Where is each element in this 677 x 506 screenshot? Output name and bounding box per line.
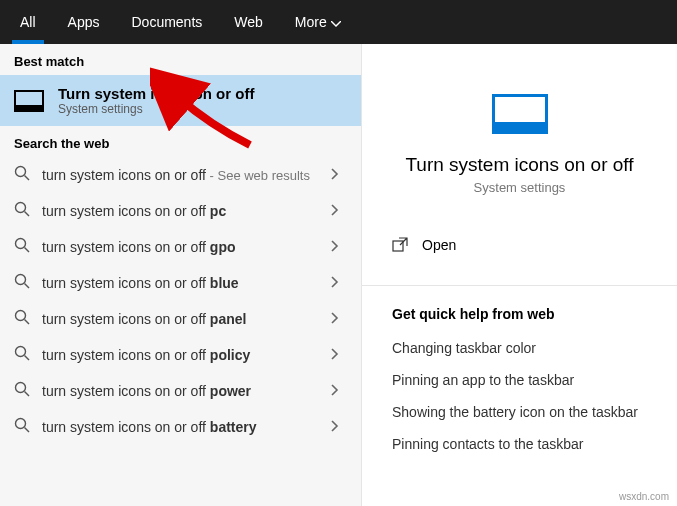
quick-help-item[interactable]: Pinning contacts to the taskbar [392,436,647,452]
tab-more[interactable]: More [279,0,357,44]
svg-line-9 [25,320,30,325]
chevron-right-icon [323,203,347,219]
search-icon [14,381,30,401]
web-result-text: turn system icons on or off pc [42,202,311,221]
web-result[interactable]: turn system icons on or off panel [0,301,361,337]
best-match-subtitle: System settings [58,102,254,116]
chevron-right-icon [323,383,347,399]
web-result[interactable]: turn system icons on or off blue [0,265,361,301]
search-filter-tabs: All Apps Documents Web More [0,0,677,44]
svg-rect-16 [393,241,403,251]
quick-help-item[interactable]: Pinning an app to the taskbar [392,372,647,388]
search-icon [14,417,30,437]
svg-line-7 [25,284,30,289]
detail-icon [492,94,548,134]
best-match-result[interactable]: Turn system icons on or off System setti… [0,75,361,126]
search-web-label: Search the web [0,126,361,157]
web-result[interactable]: turn system icons on or off - See web re… [0,157,361,193]
detail-panel: Turn system icons on or off System setti… [362,44,677,506]
web-result[interactable]: turn system icons on or off gpo [0,229,361,265]
svg-point-4 [16,239,26,249]
web-result[interactable]: turn system icons on or off policy [0,337,361,373]
chevron-right-icon [323,311,347,327]
svg-point-2 [16,203,26,213]
search-icon [14,201,30,221]
quick-help-label: Get quick help from web [392,306,647,322]
chevron-right-icon [323,419,347,435]
web-result[interactable]: turn system icons on or off pc [0,193,361,229]
svg-line-5 [25,248,30,253]
tab-more-label: More [295,14,327,30]
svg-line-11 [25,356,30,361]
web-result-text: turn system icons on or off panel [42,310,311,329]
chevron-down-icon [331,14,341,30]
svg-point-14 [16,419,26,429]
svg-point-6 [16,275,26,285]
chevron-right-icon [323,275,347,291]
quick-help-item[interactable]: Showing the battery icon on the taskbar [392,404,647,420]
tab-documents[interactable]: Documents [115,0,218,44]
search-icon [14,237,30,257]
search-icon [14,165,30,185]
svg-line-3 [25,212,30,217]
tab-all[interactable]: All [4,0,52,44]
watermark: wsxdn.com [619,491,669,502]
chevron-right-icon [323,167,347,183]
web-result[interactable]: turn system icons on or off battery [0,409,361,445]
open-button[interactable]: Open [392,225,647,265]
open-label: Open [422,237,456,253]
best-match-title: Turn system icons on or off [58,85,254,102]
svg-point-12 [16,383,26,393]
search-icon [14,273,30,293]
tab-apps[interactable]: Apps [52,0,116,44]
quick-help-item[interactable]: Changing taskbar color [392,340,647,356]
search-icon [14,345,30,365]
web-results-list: turn system icons on or off - See web re… [0,157,361,445]
quick-help-list: Changing taskbar colorPinning an app to … [392,340,647,452]
web-result-text: turn system icons on or off blue [42,274,311,293]
detail-subtitle: System settings [392,180,647,195]
main-area: Best match Turn system icons on or off S… [0,44,677,506]
detail-title: Turn system icons on or off [392,154,647,176]
web-result-text: turn system icons on or off power [42,382,311,401]
svg-line-13 [25,392,30,397]
divider [362,285,677,286]
results-panel: Best match Turn system icons on or off S… [0,44,362,506]
svg-line-15 [25,428,30,433]
best-match-label: Best match [0,44,361,75]
svg-point-0 [16,167,26,177]
tab-web[interactable]: Web [218,0,279,44]
web-result[interactable]: turn system icons on or off power [0,373,361,409]
open-icon [392,237,408,253]
svg-point-8 [16,311,26,321]
web-result-text: turn system icons on or off gpo [42,238,311,257]
settings-display-icon [14,90,44,112]
web-result-text: turn system icons on or off battery [42,418,311,437]
svg-line-1 [25,176,30,181]
web-result-text: turn system icons on or off - See web re… [42,166,311,185]
chevron-right-icon [323,347,347,363]
chevron-right-icon [323,239,347,255]
web-result-text: turn system icons on or off policy [42,346,311,365]
svg-point-10 [16,347,26,357]
search-icon [14,309,30,329]
